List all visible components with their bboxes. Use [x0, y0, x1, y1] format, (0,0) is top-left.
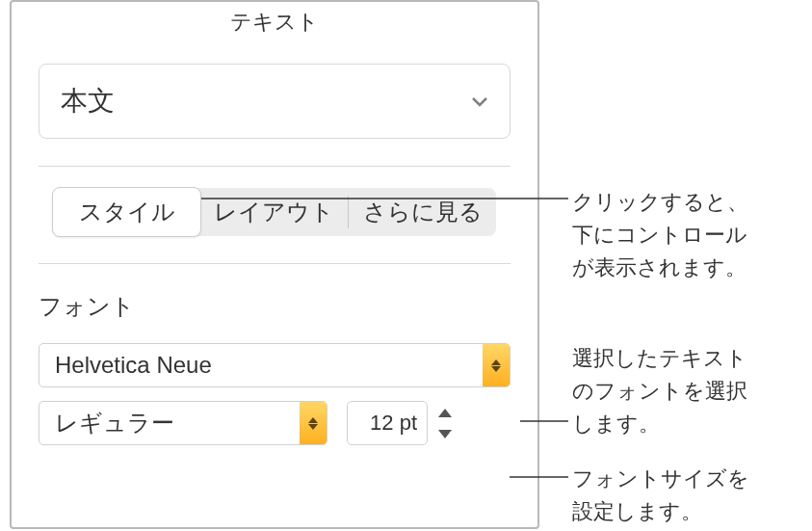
text-tabs: スタイル レイアウト さらに見る [53, 188, 496, 236]
annotation-tabs: クリックすると、下にコントロールが表示されます。 [572, 186, 748, 284]
tab-more[interactable]: さらに見る [349, 188, 496, 236]
annotation-font-size: フォントサイズを設定します。 [572, 463, 749, 528]
font-size-up-button[interactable] [433, 403, 457, 422]
tab-layout[interactable]: レイアウト [200, 188, 348, 236]
paragraph-style-value: 本文 [61, 83, 115, 119]
divider [39, 263, 511, 264]
text-inspector-panel: テキスト 本文 スタイル レイアウト さらに見る フォント Helvetica … [10, 0, 539, 529]
paragraph-style-dropdown[interactable]: 本文 [39, 64, 511, 139]
annotation-font-family: 選択したテキストのフォントを選択します。 [572, 342, 747, 440]
font-family-dropdown[interactable]: Helvetica Neue [39, 343, 511, 387]
font-family-value: Helvetica Neue [39, 344, 483, 386]
font-section-label: フォント [39, 291, 511, 322]
dropdown-arrows-icon [483, 344, 510, 386]
font-weight-dropdown[interactable]: レギュラー [39, 401, 327, 445]
panel-title: テキスト [12, 2, 537, 42]
font-style-row: レギュラー 12 pt [39, 401, 511, 445]
tab-style[interactable]: スタイル [52, 187, 201, 237]
font-weight-value: レギュラー [39, 402, 300, 444]
chevron-down-icon [471, 95, 488, 107]
font-size-stepper [433, 401, 457, 445]
font-size-field[interactable]: 12 pt [347, 401, 428, 445]
font-size-group: 12 pt [347, 401, 457, 445]
divider [39, 166, 511, 167]
dropdown-arrows-icon [300, 402, 327, 444]
font-size-down-button[interactable] [433, 424, 457, 443]
